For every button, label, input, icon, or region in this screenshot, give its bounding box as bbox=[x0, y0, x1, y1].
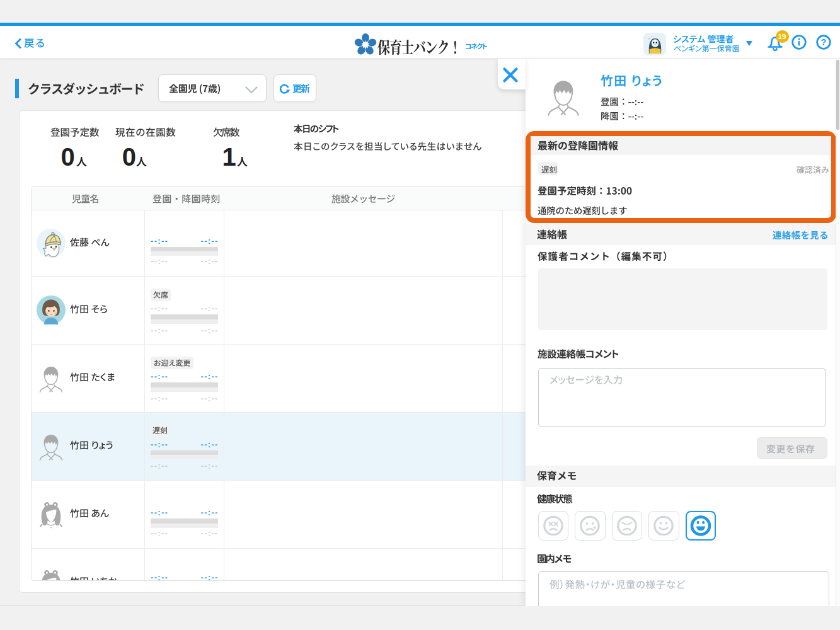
svg-text:?: ? bbox=[820, 37, 826, 47]
